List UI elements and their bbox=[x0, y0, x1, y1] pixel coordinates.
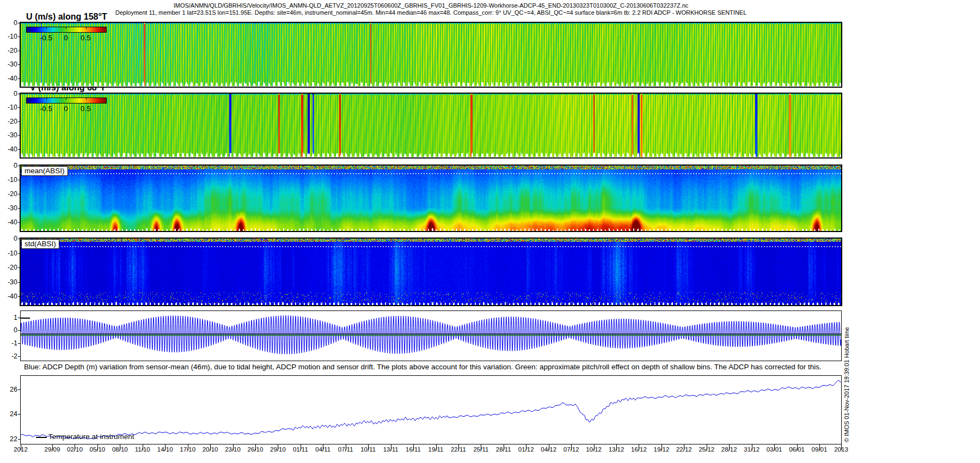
x-axis-tick bbox=[639, 444, 639, 450]
y-tick-label: -10 bbox=[1, 103, 17, 111]
x-axis-tick bbox=[729, 444, 730, 450]
x-axis-tick bbox=[841, 444, 842, 450]
v-velocity-heatmap-canvas bbox=[21, 94, 841, 157]
temperature-label: Temperature at instrument bbox=[48, 432, 134, 441]
x-axis-tick bbox=[120, 444, 120, 450]
y-tick-label: 26 bbox=[1, 386, 17, 393]
temperature-legend-dash bbox=[36, 437, 47, 438]
y-tick-label: -2 bbox=[1, 352, 17, 360]
colorbar-tick bbox=[86, 27, 87, 29]
x-axis-tick bbox=[819, 444, 820, 450]
y-axis-tick bbox=[18, 439, 21, 440]
y-tick-label: 0 bbox=[1, 19, 17, 27]
y-tick-label: -10 bbox=[1, 176, 17, 184]
std-absi-label: std(ABSI) bbox=[21, 239, 59, 249]
y-axis-tick bbox=[18, 166, 21, 166]
colorbar-tick-label: 0 bbox=[64, 105, 68, 113]
temperature-line-canvas bbox=[21, 376, 841, 444]
y-axis-tick bbox=[18, 389, 21, 390]
y-axis-tick bbox=[18, 23, 21, 23]
colorbar-gradient bbox=[26, 27, 107, 33]
x-axis-tick bbox=[707, 444, 707, 450]
y-axis-tick bbox=[18, 208, 21, 209]
y-axis-tick bbox=[18, 253, 21, 254]
panel-std-absi: std(ABSI) bbox=[20, 237, 842, 306]
panel-mean-absi: mean(ABSI) bbox=[20, 165, 842, 232]
x-axis-tick bbox=[526, 444, 526, 450]
x-axis-tick bbox=[616, 444, 617, 450]
panel-temperature: Temperature at instrument bbox=[20, 375, 842, 444]
colorbar-tick-label: -0.5 bbox=[40, 105, 52, 113]
y-axis-tick bbox=[18, 330, 21, 331]
y-axis-tick bbox=[18, 78, 21, 79]
colorbar-tick-label: 0.5 bbox=[81, 34, 91, 42]
mean-absi-label: mean(ABSI) bbox=[21, 166, 68, 176]
y-tick-label: -10 bbox=[1, 249, 17, 257]
colorbar-tick bbox=[86, 98, 87, 100]
u-colorbar: -0.500.5 bbox=[26, 27, 106, 48]
y-axis-tick bbox=[18, 180, 21, 180]
adcp-report-figure: IMOS/ANMN/QLD/GBRHIS/Velocity/IMOS_ANMN-… bbox=[0, 0, 980, 463]
y-tick-label: 0 bbox=[1, 326, 17, 334]
y-tick-label: 0 bbox=[1, 90, 17, 98]
x-axis-tick bbox=[774, 444, 775, 450]
y-axis-tick bbox=[18, 194, 21, 194]
panel-depth-anomaly bbox=[20, 310, 842, 361]
colorbar-gradient bbox=[26, 98, 107, 103]
x-axis-tick bbox=[594, 444, 595, 450]
depth-anomaly-note: Blue: ADCP Depth (m) variation from sens… bbox=[24, 363, 822, 371]
colorbar-tick bbox=[66, 98, 66, 100]
y-tick-label: -30 bbox=[1, 204, 17, 212]
y-tick-label: 0 bbox=[1, 235, 17, 242]
colorbar-tick-label: 0 bbox=[64, 34, 68, 42]
x-axis-tick bbox=[346, 444, 346, 450]
x-axis-tick bbox=[210, 444, 211, 450]
y-axis-tick bbox=[18, 107, 21, 108]
y-tick-label: 22 bbox=[1, 435, 17, 443]
depth-anomaly-line-canvas bbox=[21, 311, 841, 361]
panel-u-title: U (m/s) along 158°T bbox=[26, 12, 107, 22]
y-axis-tick bbox=[18, 94, 21, 94]
x-axis-tick bbox=[301, 444, 301, 450]
x-axis-tick bbox=[255, 444, 256, 450]
x-axis-tick bbox=[165, 444, 166, 450]
x-axis-tick bbox=[571, 444, 572, 450]
y-axis-tick bbox=[18, 36, 21, 37]
x-axis-tick bbox=[661, 444, 662, 450]
imos-watermark: © IMOS 01-Nov-2017 19:39:01 Hobart time bbox=[843, 327, 850, 442]
x-axis-tick bbox=[21, 444, 21, 450]
y-axis-tick bbox=[18, 51, 21, 51]
panel-v-velocity: -0.500.5 bbox=[20, 93, 842, 159]
y-axis-tick bbox=[18, 414, 21, 415]
v-colorbar: -0.500.5 bbox=[26, 98, 106, 119]
y-axis-tick bbox=[18, 121, 21, 122]
x-axis-tick bbox=[323, 444, 323, 450]
y-tick-label: -40 bbox=[1, 293, 17, 300]
x-axis-tick bbox=[391, 444, 391, 450]
y-tick-label: -40 bbox=[1, 218, 17, 226]
x-axis-tick bbox=[481, 444, 481, 450]
x-axis-tick bbox=[504, 444, 504, 450]
y-axis-tick bbox=[18, 64, 21, 65]
x-axis-tick bbox=[413, 444, 414, 450]
y-tick-label: 0 bbox=[1, 162, 17, 169]
y-tick-label: 1 bbox=[1, 314, 17, 321]
depth-legend-dash bbox=[21, 318, 30, 319]
x-axis-tick bbox=[188, 444, 188, 450]
x-axis-tick bbox=[97, 444, 98, 450]
x-axis-tick bbox=[368, 444, 369, 450]
y-axis-tick bbox=[18, 149, 21, 150]
x-axis-tick bbox=[797, 444, 798, 450]
x-axis-tick bbox=[436, 444, 437, 450]
y-axis-tick bbox=[18, 239, 21, 239]
x-axis-tick bbox=[458, 444, 459, 450]
colorbar-tick bbox=[46, 98, 47, 100]
x-axis-tick bbox=[278, 444, 278, 450]
panel-u-velocity: -0.500.5 bbox=[20, 22, 842, 88]
x-axis-tick bbox=[143, 444, 143, 450]
y-axis-tick bbox=[18, 356, 21, 357]
colorbar-tick-label: -0.5 bbox=[40, 34, 52, 42]
x-axis-tick bbox=[233, 444, 234, 450]
colorbar-tick bbox=[66, 27, 66, 29]
y-axis-tick bbox=[18, 135, 21, 136]
